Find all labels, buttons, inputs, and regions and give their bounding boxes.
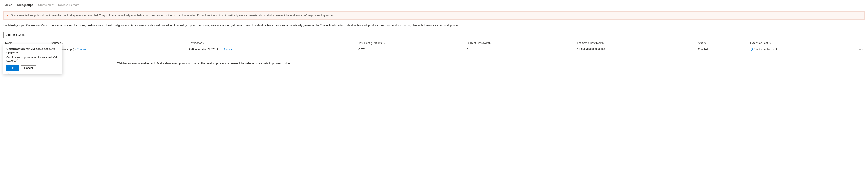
tab-test-groups[interactable]: Test groups (17, 2, 33, 8)
col-destinations[interactable]: Destinations↑↓ (187, 40, 356, 46)
row-ext-status: 3 Auto Enablement (750, 48, 777, 51)
sort-icon: ↑↓ (772, 42, 774, 45)
row-status: Enabled (696, 46, 748, 53)
test-groups-table: Name Sources↑↓ Destinations↑↓ Test Confi… (3, 40, 865, 53)
enable-watcher-row: Enable Network watcher extension i (3, 66, 865, 69)
col-current-cost[interactable]: Current Cost/Month↑↓ (465, 40, 575, 46)
warning-icon: ▲ (6, 14, 9, 17)
sort-icon: ↑↓ (383, 42, 385, 45)
col-estimated-cost[interactable]: Estimated Cost/Month↑↓ (575, 40, 696, 46)
sort-icon: ↑↓ (205, 42, 207, 45)
warning-text: Some selected endpoints do not have the … (11, 14, 334, 17)
row-sources-more-link[interactable]: + 2 more (74, 48, 86, 51)
confirm-popup: Confirmation for VM scale set auto upgra… (3, 45, 62, 74)
popup-cancel-button[interactable]: Cancel (21, 65, 36, 71)
row-estimated-cost: $1.7999999999999998 (575, 46, 696, 53)
row-more-menu[interactable]: ••• (857, 46, 865, 53)
sort-icon: ↑↓ (492, 42, 494, 45)
warning-banner: ▲ Some selected endpoints do not have th… (3, 11, 865, 20)
refresh-icon (750, 48, 753, 51)
scale-set-note: XXXXXXXXXXXXXXXXXXXXXXXXXXXXXXXXXXXXXXXX… (3, 62, 865, 65)
row-current-cost: 0 (465, 46, 575, 53)
table-row[interactable]: SCFAC Vnet1(anujaintopo) + 2 more AMAInt… (3, 46, 865, 53)
tab-bar: Basics Test groups Create alert Review +… (3, 2, 865, 8)
row-destinations: AMAIntegrationEU2EUA... (189, 48, 221, 51)
popup-body: Confirm auto upgradation for selected VM… (6, 56, 59, 62)
popup-ok-button[interactable]: OK (6, 65, 19, 71)
add-test-group-button[interactable]: Add Test Group (3, 32, 28, 38)
col-sources[interactable]: Sources↑↓ (49, 40, 187, 46)
tab-create-alert: Create alert (38, 2, 54, 8)
sort-icon: ↑↓ (62, 42, 64, 45)
col-test-configs[interactable]: Test Configurations↑↓ (356, 40, 465, 46)
row-test-config: GFTJ (356, 46, 465, 53)
col-status[interactable]: Status↑↓ (696, 40, 748, 46)
intro-text: Each test group in Connection Monitor de… (3, 24, 865, 27)
popup-title: Confirmation for VM scale set auto upgra… (6, 47, 59, 54)
col-ext-status[interactable]: Extension Status↑↓ (748, 40, 858, 46)
tab-basics[interactable]: Basics (3, 2, 12, 8)
tab-review-create: Review + create (58, 2, 80, 8)
sort-icon: ↑↓ (707, 42, 709, 45)
row-destinations-more-link[interactable]: + 1 more (221, 48, 232, 51)
sort-icon: ↑↓ (604, 42, 607, 45)
